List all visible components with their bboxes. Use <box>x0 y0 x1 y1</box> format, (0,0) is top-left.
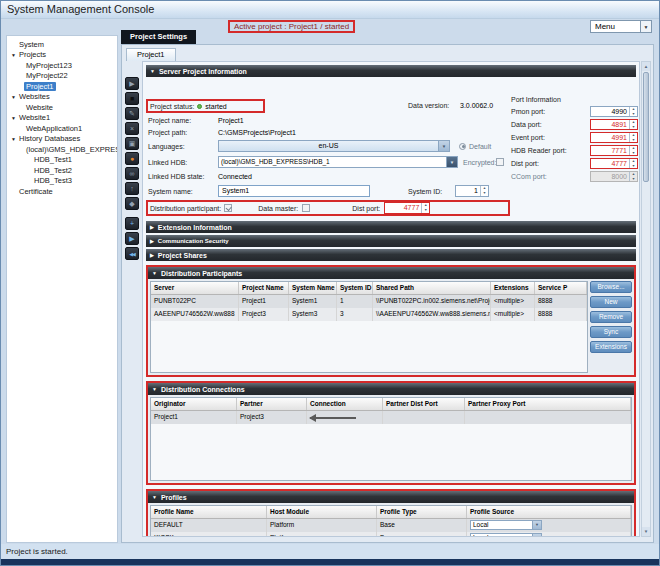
section-header-distribution-connections[interactable]: ▼ Distribution Connections <box>148 383 634 395</box>
table-row[interactable]: DEFAULT Platform Base Local▼ <box>151 519 631 532</box>
expand-arrow-icon: ▶ <box>150 252 154 258</box>
default-language-radio[interactable] <box>459 143 466 150</box>
tree-item-history-databases[interactable]: ▼History Databases <box>7 134 117 145</box>
pmon-port-label: Pmon port: <box>511 108 545 115</box>
spinner-down-icon[interactable]: ▼ <box>630 164 637 169</box>
tree-expander-icon[interactable]: ▼ <box>10 94 17 100</box>
column-header[interactable]: Profile Name <box>151 506 267 518</box>
column-header[interactable]: Partner Dist Port <box>383 398 465 410</box>
tree-item-hdb-test3[interactable]: HDB_Test3 <box>7 176 117 187</box>
column-header[interactable]: Host Module <box>267 506 377 518</box>
column-header[interactable]: Extensions <box>491 282 535 294</box>
start-project-icon[interactable]: ▶ <box>125 77 139 90</box>
table-row[interactable]: KIOSK Platform Base Local▼ <box>151 532 631 537</box>
tree-item-website[interactable]: Website <box>7 102 117 113</box>
hdb-reader-port-stepper[interactable]: 7771▲▼ <box>590 145 638 156</box>
cell-profile-name: DEFAULT <box>151 519 267 532</box>
vertical-scrollbar[interactable]: ▲ ▼ <box>641 61 651 537</box>
tree-item-hdb-test1[interactable]: HDB_Test1 <box>7 155 117 166</box>
profile-source-dropdown[interactable]: Local▼ <box>470 520 542 530</box>
tree-expander-icon[interactable]: ▼ <box>10 115 17 121</box>
section-header-distribution-participants[interactable]: ▼ Distribution Participants <box>148 267 634 279</box>
section-header-server-project-information[interactable]: ▼ Server Project Information <box>146 65 636 77</box>
collapse-icon[interactable]: ◀◀ <box>125 247 139 260</box>
column-header[interactable]: Service P <box>535 282 587 294</box>
column-header[interactable]: Partner Proxy Port <box>465 398 631 410</box>
data-port-stepper[interactable]: 4891▲▼ <box>590 119 638 130</box>
column-header[interactable]: System ID <box>337 282 373 294</box>
tree-item-myproject123[interactable]: MyProject123 <box>7 60 117 71</box>
column-header[interactable]: Connection <box>307 398 383 410</box>
upgrade-project-icon[interactable]: ↑ <box>125 182 139 195</box>
tree-item-label: Certificate <box>17 187 55 196</box>
scroll-down-icon[interactable]: ▼ <box>642 527 650 536</box>
column-header[interactable]: Server <box>151 282 239 294</box>
tree-item-website1[interactable]: ▼Website1 <box>7 113 117 124</box>
section-header-project-shares[interactable]: ▶ Project Shares <box>146 249 636 261</box>
column-header[interactable]: Originator <box>151 398 237 410</box>
tree-item-system[interactable]: System <box>7 39 117 50</box>
data-master-checkbox[interactable] <box>302 204 310 212</box>
activate-icon[interactable]: ▶ <box>125 232 139 245</box>
column-header[interactable]: Profile Source <box>467 506 631 518</box>
spinner-down-icon[interactable]: ▼ <box>630 151 637 156</box>
stop-project-icon[interactable]: ■ <box>125 92 139 105</box>
system-name-input[interactable]: System1 <box>218 185 370 197</box>
sync-button[interactable]: Sync <box>590 326 632 338</box>
column-header[interactable]: Shared Path <box>373 282 491 294</box>
section-header-extension-information[interactable]: ▶ Extension Information <box>146 221 636 233</box>
scroll-up-icon[interactable]: ▲ <box>642 62 650 71</box>
dist-port-info-stepper[interactable]: 4777▲▼ <box>590 158 638 169</box>
table-row[interactable]: AAEENPU746562W.ww888 Project3 System3 3 … <box>151 308 587 321</box>
spinner-down-icon[interactable]: ▼ <box>481 191 488 196</box>
table-header-row: Originator Partner Connection Partner Di… <box>151 398 631 411</box>
event-port-stepper[interactable]: 4991▲▼ <box>590 132 638 143</box>
tree-expander-icon[interactable]: ▼ <box>10 136 17 142</box>
spinner-down-icon[interactable]: ▼ <box>630 112 637 117</box>
tree-expander-icon[interactable]: ▼ <box>10 52 17 58</box>
table-row[interactable]: PUNBT022PC Project1 System1 1 \\PUNBT022… <box>151 295 587 308</box>
tree-item-webapplication1[interactable]: WebApplication1 <box>7 123 117 134</box>
pmon-port-stepper[interactable]: 4990▲▼ <box>590 106 638 117</box>
languages-dropdown[interactable]: en-US ▼ <box>218 140 450 152</box>
extensions-button[interactable]: Extensions <box>590 341 632 353</box>
new-button[interactable]: New <box>590 296 632 308</box>
restore-project-icon[interactable]: ● <box>125 152 139 165</box>
table-row[interactable]: Project1 Project3 <box>151 411 631 424</box>
spinner-down-icon[interactable]: ▼ <box>630 138 637 143</box>
tree-item-certificate[interactable]: Certificate <box>7 186 117 197</box>
browse-button[interactable]: Browse... <box>590 281 632 293</box>
section-title: Server Project Information <box>159 68 247 75</box>
spinner-down-icon[interactable]: ▼ <box>630 125 637 130</box>
history-icon[interactable]: ◆ <box>125 197 139 210</box>
column-header[interactable]: Project Name <box>239 282 289 294</box>
dist-port-stepper[interactable]: 4777 ▲▼ <box>384 202 430 214</box>
link-hdb-icon[interactable]: ∞ <box>125 167 139 180</box>
edit-project-icon[interactable]: ✎ <box>125 107 139 120</box>
scrollbar-thumb[interactable] <box>643 72 649 182</box>
tree-item-projects[interactable]: ▼Projects <box>7 50 117 61</box>
column-header[interactable]: Profile Type <box>377 506 467 518</box>
main-panel: Project Settings Project1 ▶ ■ ✎ × ▣ ● ∞ … <box>121 30 654 543</box>
section-header-communication-security[interactable]: ▶ Communication Security <box>146 235 636 247</box>
save-project-icon[interactable]: ▣ <box>125 137 139 150</box>
encrypted-checkbox[interactable] <box>496 158 504 166</box>
tree-item-gms-hdb-express[interactable]: (local)\GMS_HDB_EXPRESS <box>7 144 117 155</box>
linked-hdb-dropdown[interactable]: (local)\GMS_HDB_EXPRESS\HDB_1 ▼ <box>218 156 458 168</box>
section-header-profiles[interactable]: ▼ Profiles <box>148 491 634 503</box>
spinner-down-icon[interactable]: ▼ <box>422 208 429 213</box>
column-header[interactable]: System Name <box>289 282 337 294</box>
add-icon[interactable]: + <box>125 217 139 230</box>
tree-item-hdb-test2[interactable]: HDB_Test2 <box>7 165 117 176</box>
delete-project-icon[interactable]: × <box>125 122 139 135</box>
profile-source-dropdown[interactable]: Local▼ <box>470 533 542 537</box>
system-id-stepper[interactable]: 1 ▲▼ <box>455 185 489 197</box>
remove-button[interactable]: Remove <box>590 311 632 323</box>
distribution-participant-checkbox[interactable] <box>224 204 232 212</box>
tree-item-project1[interactable]: Project1 <box>7 81 117 92</box>
tree-item-websites[interactable]: ▼Websites <box>7 92 117 103</box>
tree-item-myproject22[interactable]: MyProject22 <box>7 71 117 82</box>
tab-project-settings[interactable]: Project Settings <box>121 30 196 44</box>
tab-project1[interactable]: Project1 <box>126 48 176 61</box>
column-header[interactable]: Partner <box>237 398 307 410</box>
